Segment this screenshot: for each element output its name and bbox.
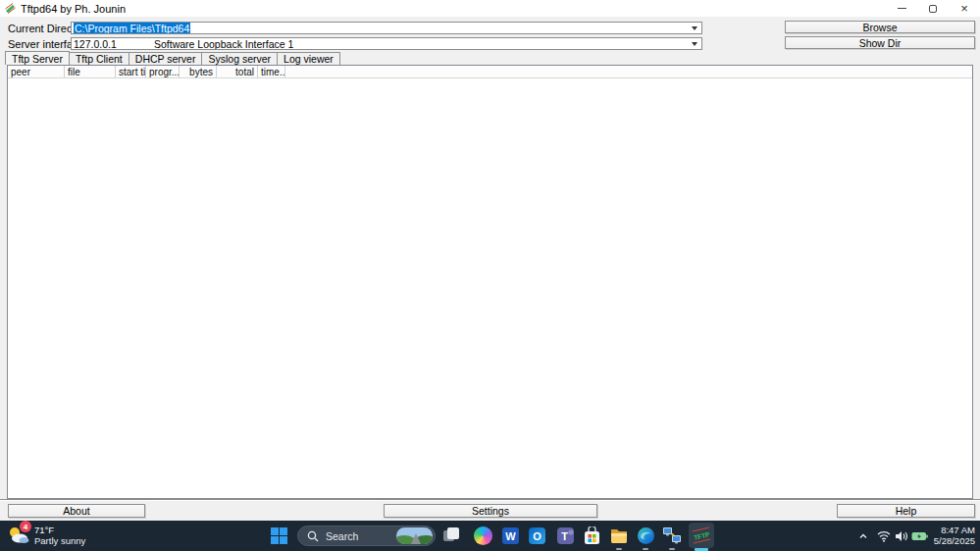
file-explorer-running-indicator: [616, 548, 622, 550]
svg-text:T: T: [561, 530, 568, 542]
task-view-icon: [442, 526, 460, 544]
maximize-icon: [929, 5, 937, 13]
weather-condition: Partly sunny: [34, 535, 85, 546]
column-file[interactable]: file: [65, 66, 116, 77]
tftpd64-active-indicator: [695, 548, 708, 551]
column-timeout[interactable]: time...: [258, 66, 285, 77]
network-computers-icon: [662, 526, 682, 545]
microsoft-store-icon: [583, 526, 601, 545]
tab-log-viewer[interactable]: Log viewer: [277, 52, 340, 65]
search-placeholder: Search: [326, 530, 396, 542]
minimize-button[interactable]: [886, 0, 917, 17]
maximize-button[interactable]: [917, 0, 949, 17]
clock-date: 5/28/2025: [916, 535, 975, 546]
windows-logo-icon: [271, 527, 287, 544]
column-peer[interactable]: peer: [8, 66, 65, 77]
tab-syslog-server[interactable]: Syslog server: [201, 52, 278, 65]
minimize-icon: [898, 8, 906, 9]
microsoft-store-button[interactable]: [580, 524, 603, 547]
browse-button[interactable]: Browse: [785, 21, 975, 33]
tab-tftp-server[interactable]: Tftp Server: [5, 51, 70, 65]
chevron-up-icon: [858, 531, 868, 541]
column-filler: [285, 66, 972, 77]
edge-button[interactable]: [634, 524, 657, 547]
window-controls: ×: [886, 0, 980, 17]
column-total[interactable]: total: [217, 66, 258, 77]
volume-button[interactable]: [893, 521, 909, 551]
taskbar: 4 71°F Partly sunny Search: [0, 521, 980, 551]
wifi-icon: [877, 530, 891, 542]
server-interfaces-combobox[interactable]: 127.0.0.1 Software Loopback Interface 1: [71, 37, 702, 50]
weather-temperature: 71°F: [34, 525, 54, 535]
start-button[interactable]: [267, 524, 290, 547]
network-app-button[interactable]: [660, 524, 684, 547]
tftpd64-taskbar-button[interactable]: TFTP: [689, 523, 714, 548]
search-highlight-image[interactable]: [396, 527, 433, 544]
screen: Tftpd64 by Ph. Jounin × Current Director…: [0, 0, 980, 551]
word-icon: W: [501, 526, 520, 545]
window-titlebar: Tftpd64 by Ph. Jounin ×: [0, 0, 980, 17]
teams-icon: T: [556, 526, 575, 545]
weather-widget[interactable]: 4 71°F Partly sunny: [2, 521, 112, 551]
show-dir-button[interactable]: Show Dir: [785, 36, 975, 49]
column-start-time[interactable]: start ti...: [116, 66, 146, 77]
tab-tftp-client[interactable]: Tftp Client: [69, 52, 129, 65]
speaker-icon: [895, 530, 908, 542]
column-progress[interactable]: progr...: [146, 66, 180, 77]
close-icon: ×: [960, 2, 968, 15]
listview-header: peer file start ti... progr... bytes tot…: [8, 66, 972, 78]
teams-button[interactable]: T: [553, 524, 577, 547]
close-button[interactable]: ×: [949, 0, 980, 17]
settings-button[interactable]: Settings: [384, 504, 597, 518]
svg-text:O: O: [533, 530, 542, 542]
help-button[interactable]: Help: [837, 504, 975, 518]
server-interface-name: Software Loopback Interface 1: [154, 38, 293, 50]
task-view-button[interactable]: [439, 524, 463, 547]
wifi-button[interactable]: [876, 521, 892, 551]
taskbar-clock[interactable]: 8:47 AM 5/28/2025: [916, 525, 975, 546]
notification-badge: 4: [20, 521, 31, 532]
file-explorer-icon: [609, 526, 629, 545]
network-app-running-indicator: [669, 548, 675, 550]
tftpd64-app-icon: [5, 3, 16, 14]
server-interfaces-dropdown-icon[interactable]: [690, 38, 699, 49]
current-directory-value: C:\Program Files\Tftpd64: [74, 23, 190, 34]
svg-text:W: W: [505, 530, 516, 542]
file-explorer-button[interactable]: [607, 524, 631, 547]
edge-icon: [637, 526, 655, 545]
transfer-listview: peer file start ti... progr... bytes tot…: [7, 65, 973, 499]
server-interface-ip: 127.0.0.1: [74, 38, 117, 50]
search-icon: [307, 530, 319, 542]
tftpd64-icon: TFTP: [691, 525, 712, 546]
listview-body[interactable]: [8, 78, 972, 498]
bottom-separator: [0, 499, 980, 501]
about-button[interactable]: About: [8, 504, 145, 518]
edge-running-indicator: [643, 548, 648, 550]
word-button[interactable]: W: [498, 524, 522, 547]
copilot-button[interactable]: [471, 524, 494, 547]
clock-time: 8:47 AM: [916, 525, 975, 535]
current-directory-combobox[interactable]: C:\Program Files\Tftpd64: [71, 22, 702, 34]
column-bytes[interactable]: bytes: [180, 66, 217, 77]
current-directory-dropdown-icon[interactable]: [690, 23, 699, 33]
tab-dhcp-server[interactable]: DHCP server: [129, 52, 203, 65]
outlook-button[interactable]: O: [525, 524, 548, 547]
search-box[interactable]: Search: [297, 526, 436, 546]
window-title: Tftpd64 by Ph. Jounin: [21, 3, 126, 15]
tray-chevron-button[interactable]: [855, 521, 871, 551]
outlook-icon: O: [528, 526, 546, 545]
tab-bar: Tftp Server Tftp Client DHCP server Sysl…: [5, 51, 339, 65]
copilot-icon: [474, 526, 492, 545]
